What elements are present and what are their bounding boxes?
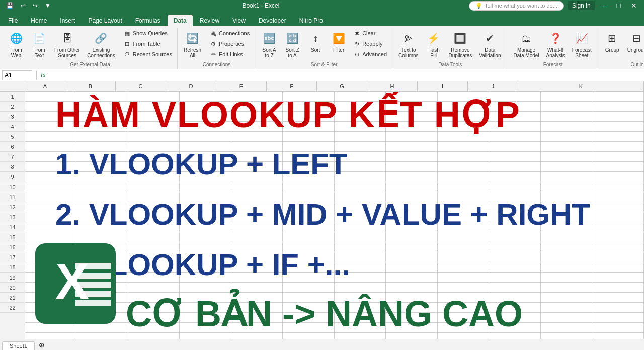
tell-me-box[interactable]: 💡 Tell me what you want to do...: [469, 1, 564, 11]
existing-connections-button[interactable]: 🔗 ExistingConnections: [84, 28, 118, 60]
edit-links-button[interactable]: ✏ Edit Links: [207, 49, 252, 59]
from-table-label: From Table: [133, 41, 160, 47]
from-web-label: FromWeb: [10, 47, 22, 58]
add-sheet-button[interactable]: ⊕: [35, 340, 49, 350]
connections-button[interactable]: 🔌 Connections: [207, 28, 252, 38]
tab-home[interactable]: Home: [25, 15, 53, 26]
sort-az-button[interactable]: 🔤 Sort Ato Z: [258, 28, 280, 60]
sheet-tab-1[interactable]: Sheet1: [2, 341, 35, 350]
row-19[interactable]: 19: [0, 273, 25, 283]
row-3[interactable]: 3: [0, 112, 25, 122]
restore-button[interactable]: □: [614, 2, 624, 10]
show-queries-icon: ▦: [123, 29, 131, 37]
tab-developer[interactable]: Developer: [253, 15, 292, 26]
tab-file[interactable]: File: [2, 15, 24, 26]
row-10[interactable]: 10: [0, 182, 25, 192]
col-header-e[interactable]: E: [216, 81, 267, 91]
row-2[interactable]: 2: [0, 102, 25, 112]
flash-fill-label: FlashFill: [427, 47, 439, 58]
col-header-d[interactable]: D: [166, 81, 216, 91]
row-16[interactable]: 16: [0, 242, 25, 252]
refresh-button[interactable]: 🔄 RefreshAll: [181, 28, 204, 60]
from-table-button[interactable]: ⊞ From Table: [121, 39, 174, 49]
tab-page-layout[interactable]: Page Layout: [82, 15, 128, 26]
sort-button[interactable]: ↕ Sort: [304, 28, 327, 55]
redo-icon[interactable]: ↪: [31, 1, 40, 10]
save-icon[interactable]: 💾: [4, 1, 16, 10]
signin-button[interactable]: Sign in: [568, 1, 595, 10]
row-11[interactable]: 11: [0, 192, 25, 202]
row-7[interactable]: 7: [0, 152, 25, 162]
from-text-icon: 📄: [31, 30, 47, 46]
reapply-button[interactable]: ↻ Reapply: [351, 39, 389, 49]
row-14[interactable]: 14: [0, 222, 25, 232]
undo-icon[interactable]: ↩: [19, 1, 28, 10]
row-15[interactable]: 15: [0, 232, 25, 242]
remove-duplicates-button[interactable]: 🔲 RemoveDuplicates: [446, 28, 475, 60]
row-9[interactable]: 9: [0, 172, 25, 182]
row-6[interactable]: 6: [0, 142, 25, 152]
tab-review[interactable]: Review: [194, 15, 225, 26]
manage-data-model-button[interactable]: 🗂 ManageData Model: [510, 28, 542, 60]
manage-data-model-icon: 🗂: [518, 30, 534, 46]
existing-connections-label: ExistingConnections: [87, 47, 115, 58]
forecast-sheet-button[interactable]: 📈 ForecastSheet: [569, 28, 595, 60]
from-other-sources-button[interactable]: 🗄 From OtherSources: [51, 28, 83, 60]
row-13[interactable]: 13: [0, 212, 25, 222]
col-header-i[interactable]: I: [418, 81, 468, 91]
cells-area[interactable]: HÀM VLOOKUP KẾT HỢP 1. VLOOKUP + LEFT 2.…: [25, 92, 644, 339]
col-header-f[interactable]: F: [267, 81, 317, 91]
text-to-columns-button[interactable]: ⫸ Text toColumns: [395, 28, 421, 60]
group-button[interactable]: ⊞ Group: [601, 28, 623, 55]
recent-sources-button[interactable]: ⏱ Recent Sources: [121, 49, 174, 59]
advanced-button[interactable]: ⊙ Advanced: [351, 49, 389, 59]
row-4[interactable]: 4: [0, 122, 25, 132]
clear-icon: ✖: [353, 29, 361, 37]
row-8[interactable]: 8: [0, 162, 25, 172]
row-21[interactable]: 21: [0, 293, 25, 303]
row-12[interactable]: 12: [0, 202, 25, 212]
sort-za-button[interactable]: 🔡 Sort Zto A: [281, 28, 303, 60]
filter-button[interactable]: 🔽 Filter: [328, 28, 350, 55]
from-table-icon: ⊞: [123, 40, 131, 48]
flash-fill-icon: ⚡: [426, 30, 442, 46]
row-20[interactable]: 20: [0, 283, 25, 293]
row-5[interactable]: 5: [0, 132, 25, 142]
what-if-button[interactable]: ❓ What-IfAnalysis: [543, 28, 568, 60]
data-validation-button[interactable]: ✔ DataValidation: [476, 28, 504, 60]
from-text-button[interactable]: 📄 FromText: [28, 28, 50, 60]
col-header-h[interactable]: H: [367, 81, 418, 91]
col-header-b[interactable]: B: [65, 81, 116, 91]
connections-label: Connections: [219, 30, 250, 36]
name-box[interactable]: [2, 70, 32, 80]
tab-insert[interactable]: Insert: [54, 15, 81, 26]
ungroup-button[interactable]: ⊟ Ungroup: [624, 28, 644, 55]
clear-button[interactable]: ✖ Clear: [351, 28, 389, 38]
properties-button[interactable]: ⚙ Properties: [207, 39, 252, 49]
customize-qat-icon[interactable]: ▼: [43, 1, 53, 10]
row-18[interactable]: 18: [0, 262, 25, 273]
tab-view[interactable]: View: [226, 15, 252, 26]
formula-input[interactable]: [50, 72, 642, 79]
data-validation-icon: ✔: [482, 30, 498, 46]
tab-nitro-pro[interactable]: Nitro Pro: [293, 15, 329, 26]
minimize-button[interactable]: ─: [599, 2, 610, 10]
flash-fill-button[interactable]: ⚡ FlashFill: [423, 28, 445, 60]
tab-data[interactable]: Data: [168, 15, 193, 26]
col-header-c[interactable]: C: [116, 81, 166, 91]
sort-filter-group: 🔤 Sort Ato Z 🔡 Sort Zto A ↕ Sort 🔽 Filte…: [256, 28, 392, 69]
col-header-a[interactable]: A: [25, 81, 65, 91]
col-header-g[interactable]: G: [317, 81, 367, 91]
col-header-k[interactable]: K: [518, 81, 644, 91]
remove-duplicates-label: RemoveDuplicates: [449, 47, 472, 58]
row-17[interactable]: 17: [0, 252, 25, 262]
show-queries-button[interactable]: ▦ Show Queries: [121, 28, 174, 38]
col-header-j[interactable]: J: [468, 81, 518, 91]
formulabar: fx: [0, 69, 644, 81]
row-1[interactable]: 1: [0, 92, 25, 102]
row-22[interactable]: 22: [0, 303, 25, 313]
from-web-button[interactable]: 🌐 FromWeb: [5, 28, 27, 60]
close-button[interactable]: ✕: [628, 2, 640, 10]
from-other-sources-icon: 🗄: [59, 30, 75, 46]
tab-formulas[interactable]: Formulas: [129, 15, 167, 26]
